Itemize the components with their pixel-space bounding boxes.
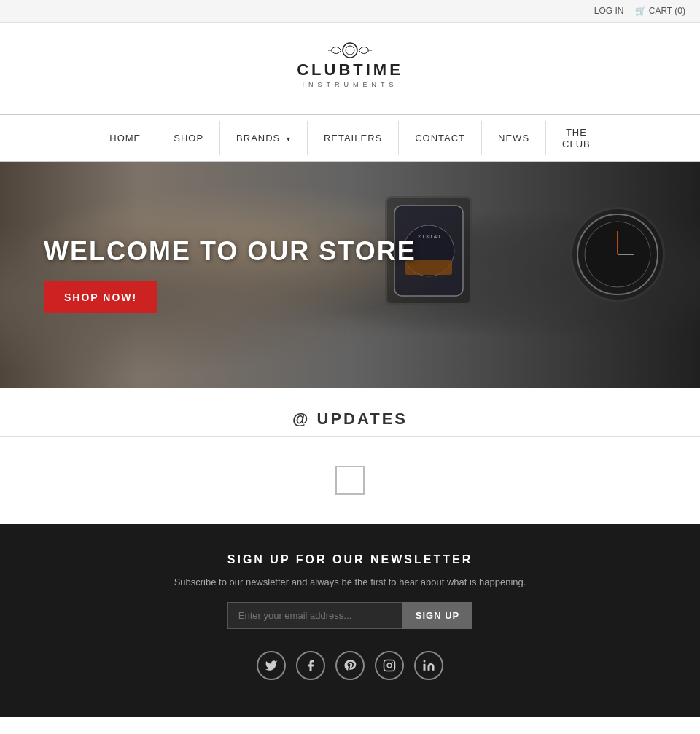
hero-content: WELCOME TO OUR STORE SHOP NOW! — [0, 236, 416, 313]
svg-text:CLUBTIME: CLUBTIME — [297, 60, 403, 79]
shop-now-button[interactable]: SHOP NOW! — [44, 281, 158, 313]
nav-item-retailers[interactable]: RETAILERS — [308, 121, 399, 155]
nav-the-club-label: THECLUB — [562, 127, 591, 149]
logo-svg: CLUBTIME INSTRUMENTS — [277, 40, 423, 98]
updates-title: @ UPDATES — [0, 410, 700, 429]
newsletter-heading: SIGN UP FOR OUR NEWSLETTER — [15, 553, 685, 566]
chevron-down-icon: ▾ — [287, 135, 291, 143]
updates-label: UPDATES — [317, 410, 408, 428]
nav-item-contact[interactable]: CONTACT — [399, 121, 482, 155]
cart-count: (0) — [674, 6, 685, 16]
footer-newsletter: SIGN UP FOR OUR NEWSLETTER Subscribe to … — [0, 524, 700, 717]
svg-point-0 — [343, 43, 357, 58]
nav-item-shop[interactable]: SHOP — [158, 121, 220, 155]
newsletter-email-input[interactable] — [228, 602, 402, 629]
instagram-icon[interactable] — [375, 651, 404, 680]
content-area — [0, 437, 700, 524]
cart-icon: 🛒 — [635, 6, 646, 16]
updates-at: @ — [292, 410, 310, 428]
nav-item-brands[interactable]: BRANDS ▾ — [220, 121, 308, 155]
footer-bottom: Jobs Instruction Manual Returns Privacy … — [0, 717, 700, 734]
nav-brands-label: BRANDS — [236, 133, 280, 144]
pinterest-icon[interactable] — [335, 651, 365, 680]
twitter-icon[interactable] — [257, 651, 286, 680]
logo[interactable]: CLUBTIME INSTRUMENTS — [277, 40, 423, 101]
logo-section: CLUBTIME INSTRUMENTS — [0, 23, 700, 114]
facebook-icon[interactable] — [296, 651, 325, 680]
top-bar: LOG IN 🛒 CART (0) — [0, 0, 700, 23]
linkedin-icon[interactable] — [414, 651, 443, 680]
svg-rect-14 — [384, 660, 395, 671]
nav-item-home[interactable]: HOME — [93, 121, 158, 155]
signup-button[interactable]: SIGN UP — [402, 602, 472, 629]
login-link[interactable]: LOG IN — [594, 6, 624, 16]
updates-section: @ UPDATES — [0, 388, 700, 437]
loading-placeholder — [335, 466, 365, 495]
nav-bar: HOME SHOP BRANDS ▾ RETAILERS CONTACT NEW… — [0, 114, 700, 162]
cart-link[interactable]: 🛒 CART (0) — [635, 6, 685, 16]
svg-point-16 — [424, 660, 426, 663]
hero-title: WELCOME TO OUR STORE — [44, 236, 416, 267]
social-icons — [15, 651, 685, 680]
nav-item-the-club[interactable]: THECLUB — [546, 115, 607, 161]
cart-label: CART — [649, 6, 672, 16]
nav-item-news[interactable]: NEWS — [482, 121, 546, 155]
newsletter-description: Subscribe to our newsletter and always b… — [15, 577, 685, 587]
svg-text:INSTRUMENTS: INSTRUMENTS — [303, 81, 398, 88]
svg-point-1 — [346, 46, 354, 55]
newsletter-form: SIGN UP — [15, 602, 685, 629]
hero-section: 20 30 40 WELCOME TO OUR STORE SHOP NOW! — [0, 162, 700, 388]
